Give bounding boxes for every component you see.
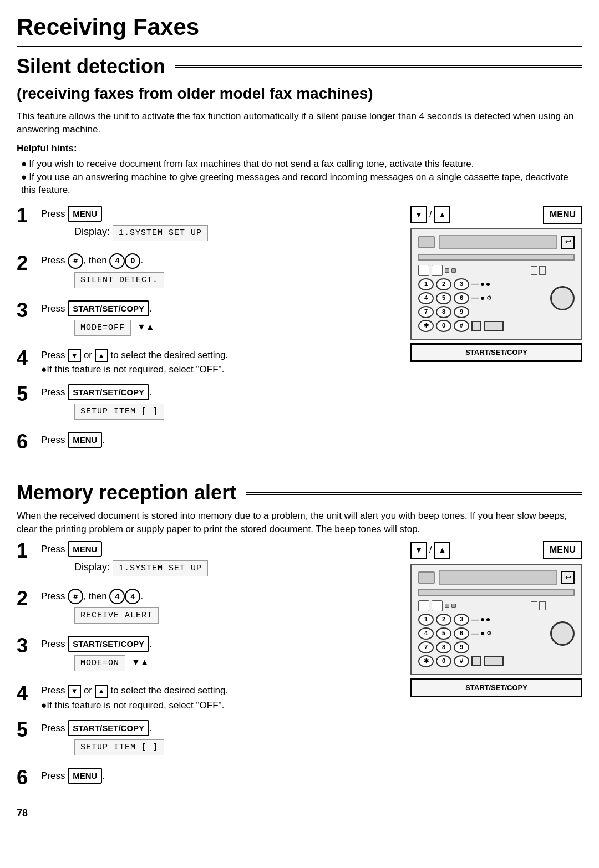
np2-2[interactable]: 2: [436, 614, 451, 626]
np2-0[interactable]: 0: [436, 655, 451, 667]
np-1[interactable]: 1: [418, 278, 434, 290]
sm-btn-b1[interactable]: [418, 600, 429, 611]
mem-step-5-content: Press START/SET/COPY. SETUP ITEM [ ]: [41, 720, 399, 760]
np-6[interactable]: 6: [454, 292, 469, 304]
step-6-text: Press MENU.: [41, 435, 105, 445]
mem-key-4b[interactable]: 4: [125, 589, 140, 604]
fax-illustration-2: ↩: [410, 564, 582, 675]
np-slide[interactable]: [484, 321, 504, 331]
np-3[interactable]: 3: [454, 278, 469, 290]
numpad-1: 1 2 3 — 4 5 6 — ⚙: [418, 278, 546, 332]
nav-down-icon-1[interactable]: ▼: [410, 206, 427, 223]
step-5-content: Press START/SET/COPY. SETUP ITEM [ ]: [41, 384, 399, 424]
silent-detection-steps: 1 Press MENU Display: 1.SYSTEM SET UP 2 …: [17, 206, 399, 459]
menu-diag-btn-1[interactable]: MENU: [543, 206, 582, 223]
np2-dash-1: —: [471, 615, 479, 625]
sm-btn-b2[interactable]: [432, 600, 443, 611]
np-9[interactable]: 9: [454, 306, 469, 318]
np-7[interactable]: 7: [418, 306, 434, 318]
fax-left-1: 1 2 3 — 4 5 6 — ⚙: [418, 265, 546, 332]
display-value-5: SETUP ITEM [ ]: [74, 404, 164, 420]
np2-row-4: ✱ 0 #: [418, 655, 546, 667]
mem-step-number-1: 1: [17, 541, 38, 561]
nav-down-icon-2[interactable]: ▼: [410, 542, 427, 559]
memory-reception-description: When the received document is stored int…: [17, 509, 582, 536]
fax-display-row-1: ↩: [418, 235, 575, 249]
step-6-content: Press MENU.: [41, 432, 399, 448]
mem-step-5: 5 Press START/SET/COPY. SETUP ITEM [ ]: [17, 720, 399, 760]
down-arrow-key-1[interactable]: ▼: [68, 349, 81, 362]
up-arrow-key-1[interactable]: ▲: [95, 349, 108, 362]
step-number-3: 3: [17, 300, 38, 320]
step-number-6: 6: [17, 432, 38, 452]
start-set-copy-key-2[interactable]: START/SET/COPY: [68, 384, 149, 400]
mem-step-6-text: Press MENU.: [41, 770, 105, 781]
np2-6[interactable]: 6: [454, 627, 469, 640]
menu-diag-btn-2[interactable]: MENU: [543, 541, 582, 559]
mem-step-6-content: Press MENU.: [41, 768, 399, 784]
mem-start-key-1[interactable]: START/SET/COPY: [68, 636, 149, 652]
mem-hash-key[interactable]: #: [68, 589, 83, 604]
mem-menu-key-1[interactable]: MENU: [68, 541, 102, 557]
mem-step-1-display-area: Display: 1.SYSTEM SET UP: [74, 558, 399, 576]
fax-slot-2: [418, 571, 435, 584]
fax-corner-btn-1[interactable]: ↩: [561, 236, 575, 249]
np2-gear: ⚙: [486, 629, 492, 637]
right-leds-2: [531, 601, 546, 610]
mem-display-label-1: Display:: [74, 561, 113, 573]
np-2[interactable]: 2: [436, 278, 451, 290]
np2-7[interactable]: 7: [418, 641, 434, 653]
np-extra-btn[interactable]: [471, 321, 481, 331]
mem-start-key-2[interactable]: START/SET/COPY: [68, 720, 149, 736]
np-4[interactable]: 4: [418, 292, 434, 304]
menu-key-2[interactable]: MENU: [68, 432, 102, 448]
np2-5[interactable]: 5: [436, 627, 451, 640]
key-0[interactable]: 0: [125, 253, 140, 269]
np2-extra-btn[interactable]: [471, 656, 481, 666]
nav-up-icon-2[interactable]: ▲: [434, 542, 450, 559]
np2-star[interactable]: ✱: [418, 655, 434, 667]
fax-corner-btn-2[interactable]: ↩: [561, 571, 575, 584]
np2-3[interactable]: 3: [454, 614, 469, 626]
helpful-hints-list: If you wish to receive document from fax…: [17, 157, 582, 197]
np-5[interactable]: 5: [436, 292, 451, 304]
np2-1[interactable]: 1: [418, 614, 434, 626]
silent-detection-subheading: (receiving faxes from older model fax ma…: [17, 83, 582, 104]
mem-step-4-note: ●If this feature is not required, select…: [41, 700, 224, 711]
start-set-copy-diag-2[interactable]: START/SET/COPY: [410, 678, 582, 697]
mem-menu-key-2[interactable]: MENU: [68, 768, 102, 784]
np-8[interactable]: 8: [436, 306, 451, 318]
mem-up-arrow[interactable]: ▲: [95, 685, 108, 698]
hash-key[interactable]: #: [68, 253, 83, 269]
np2-hash[interactable]: #: [454, 655, 469, 667]
step-3-text: Press START/SET/COPY.: [41, 303, 152, 314]
nav-up-icon-1[interactable]: ▲: [434, 206, 450, 223]
np-hash[interactable]: #: [454, 320, 469, 332]
start-set-copy-key-1[interactable]: START/SET/COPY: [68, 300, 149, 316]
np2-4[interactable]: 4: [418, 627, 434, 640]
np2-9[interactable]: 9: [454, 641, 469, 653]
start-set-copy-diag-1[interactable]: START/SET/COPY: [410, 343, 582, 362]
step-4: 4 Press ▼ or ▲ to select the desired set…: [17, 348, 399, 376]
big-dial-1[interactable]: [550, 286, 575, 310]
key-4[interactable]: 4: [109, 253, 125, 269]
fax-right-2: [550, 600, 575, 667]
step-5: 5 Press START/SET/COPY. SETUP ITEM [ ]: [17, 384, 399, 424]
mem-display-value-2: RECEIVE ALERT: [74, 607, 159, 624]
memory-reception-steps: 1 Press MENU Display: 1.SYSTEM SET UP 2 …: [17, 541, 399, 795]
np2-8[interactable]: 8: [436, 641, 451, 653]
silent-detection-heading: Silent detection: [17, 53, 582, 80]
big-dial-2[interactable]: [550, 621, 575, 646]
fax-controls-1: 1 2 3 — 4 5 6 — ⚙: [418, 265, 575, 332]
led-disp-4: [539, 601, 546, 610]
mem-key-4a[interactable]: 4: [109, 589, 125, 604]
mem-step-number-5: 5: [17, 720, 38, 740]
np2-slide[interactable]: [484, 656, 504, 666]
np-0[interactable]: 0: [436, 320, 451, 332]
mem-down-arrow[interactable]: ▼: [68, 685, 81, 698]
sm-btn-a2[interactable]: [432, 265, 443, 276]
menu-key-1[interactable]: MENU: [68, 206, 102, 222]
sm-btn-a1[interactable]: [418, 265, 429, 276]
memory-reception-diagram: ▼ / ▲ MENU ↩: [410, 541, 582, 795]
np-star[interactable]: ✱: [418, 320, 434, 332]
